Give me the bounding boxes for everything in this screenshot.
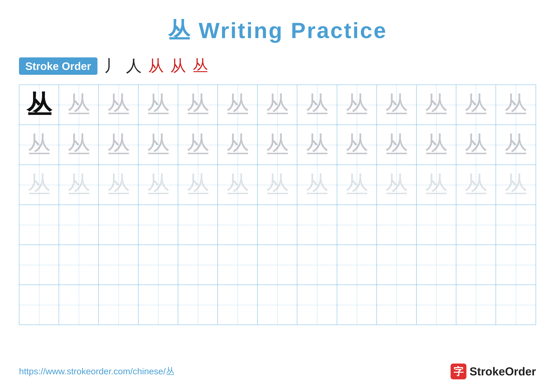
grid-cell-2-6[interactable]: 丛 xyxy=(218,125,258,165)
strokeorder-logo-icon: 字 xyxy=(451,363,466,379)
page: 丛 Writing Practice Stroke Order 丿 人 从 从 … xyxy=(0,0,555,392)
grid-cell-6-6[interactable] xyxy=(218,285,258,325)
cell-char-ghost: 丛 xyxy=(504,93,527,117)
grid-cell-3-4[interactable]: 丛 xyxy=(139,165,178,205)
grid-cell-1-8[interactable]: 丛 xyxy=(297,85,337,125)
grid-cell-2-1[interactable]: 丛 xyxy=(19,125,59,165)
grid-cell-4-13[interactable] xyxy=(496,205,536,245)
grid-cell-2-5[interactable]: 丛 xyxy=(178,125,218,165)
title-char: 丛 xyxy=(168,18,191,43)
grid-cell-3-5[interactable]: 丛 xyxy=(178,165,218,205)
grid-cell-5-9[interactable] xyxy=(337,245,377,285)
grid-cell-3-12[interactable]: 丛 xyxy=(456,165,496,205)
grid-cell-1-7[interactable]: 丛 xyxy=(258,85,297,125)
cell-char-ghost: 丛 xyxy=(186,133,210,157)
grid-cell-6-13[interactable] xyxy=(496,285,536,325)
grid-cell-3-3[interactable]: 丛 xyxy=(99,165,139,205)
grid-cell-5-7[interactable] xyxy=(258,245,297,285)
footer-url[interactable]: https://www.strokeorder.com/chinese/丛 xyxy=(19,365,175,378)
grid-cell-3-2[interactable]: 丛 xyxy=(59,165,99,205)
grid-cell-2-9[interactable]: 丛 xyxy=(337,125,377,165)
grid-cell-4-11[interactable] xyxy=(416,205,456,245)
grid-cell-5-6[interactable] xyxy=(218,245,258,285)
grid-cell-4-8[interactable] xyxy=(297,205,337,245)
grid-row-5 xyxy=(19,245,536,285)
grid-cell-4-5[interactable] xyxy=(178,205,218,245)
grid-cell-4-9[interactable] xyxy=(337,205,377,245)
grid-cell-6-9[interactable] xyxy=(337,285,377,325)
grid-cell-3-9[interactable]: 丛 xyxy=(337,165,377,205)
grid-cell-1-3[interactable]: 丛 xyxy=(99,85,139,125)
cell-char-ghost: 丛 xyxy=(305,173,329,197)
grid-cell-6-1[interactable] xyxy=(19,285,59,325)
grid-cell-4-10[interactable] xyxy=(377,205,416,245)
grid-cell-4-4[interactable] xyxy=(139,205,178,245)
cell-char-ghost: 丛 xyxy=(146,93,170,117)
grid-cell-6-7[interactable] xyxy=(258,285,297,325)
grid-cell-3-10[interactable]: 丛 xyxy=(377,165,416,205)
grid-cell-3-8[interactable]: 丛 xyxy=(297,165,337,205)
grid-cell-6-10[interactable] xyxy=(377,285,416,325)
cell-char-ghost: 丛 xyxy=(67,173,90,197)
grid-cell-6-3[interactable] xyxy=(99,285,139,325)
grid-cell-4-3[interactable] xyxy=(99,205,139,245)
grid-cell-2-10[interactable]: 丛 xyxy=(377,125,416,165)
grid-cell-2-7[interactable]: 丛 xyxy=(258,125,297,165)
grid-cell-1-9[interactable]: 丛 xyxy=(337,85,377,125)
grid-cell-1-5[interactable]: 丛 xyxy=(178,85,218,125)
cell-char-ghost: 丛 xyxy=(266,173,289,197)
stroke-step-2: 人 xyxy=(126,55,142,77)
grid-cell-6-11[interactable] xyxy=(416,285,456,325)
grid-cell-2-3[interactable]: 丛 xyxy=(99,125,139,165)
grid-cell-1-6[interactable]: 丛 xyxy=(218,85,258,125)
grid-cell-5-3[interactable] xyxy=(99,245,139,285)
grid-cell-6-8[interactable] xyxy=(297,285,337,325)
grid-cell-3-11[interactable]: 丛 xyxy=(416,165,456,205)
grid-cell-2-13[interactable]: 丛 xyxy=(496,125,536,165)
grid-row-2: 丛 丛 丛 丛 丛 丛 丛 丛 丛 丛 丛 丛 丛 xyxy=(19,125,536,165)
grid-cell-1-13[interactable]: 丛 xyxy=(496,85,536,125)
stroke-step-4: 从 xyxy=(170,55,186,77)
grid-cell-6-5[interactable] xyxy=(178,285,218,325)
grid-cell-2-4[interactable]: 丛 xyxy=(139,125,178,165)
grid-cell-1-10[interactable]: 丛 xyxy=(377,85,416,125)
grid-cell-5-12[interactable] xyxy=(456,245,496,285)
grid-cell-1-11[interactable]: 丛 xyxy=(416,85,456,125)
grid-cell-5-8[interactable] xyxy=(297,245,337,285)
stroke-sequence: 丿 人 从 从 丛 xyxy=(104,55,208,77)
cell-char-ghost: 丛 xyxy=(305,93,329,117)
cell-char-ghost: 丛 xyxy=(186,173,210,197)
grid-cell-4-1[interactable] xyxy=(19,205,59,245)
grid-cell-1-4[interactable]: 丛 xyxy=(139,85,178,125)
cell-char-ghost: 丛 xyxy=(464,133,488,157)
grid-cell-4-7[interactable] xyxy=(258,205,297,245)
grid-cell-1-12[interactable]: 丛 xyxy=(456,85,496,125)
cell-char-ghost: 丛 xyxy=(226,133,249,157)
grid-cell-6-12[interactable] xyxy=(456,285,496,325)
grid-cell-4-6[interactable] xyxy=(218,205,258,245)
grid-cell-6-2[interactable] xyxy=(59,285,99,325)
grid-cell-3-6[interactable]: 丛 xyxy=(218,165,258,205)
grid-cell-5-4[interactable] xyxy=(139,245,178,285)
grid-cell-2-11[interactable]: 丛 xyxy=(416,125,456,165)
grid-cell-5-1[interactable] xyxy=(19,245,59,285)
stroke-order-badge: Stroke Order xyxy=(19,57,97,75)
grid-cell-4-12[interactable] xyxy=(456,205,496,245)
grid-cell-6-4[interactable] xyxy=(139,285,178,325)
grid-cell-4-2[interactable] xyxy=(59,205,99,245)
grid-cell-5-2[interactable] xyxy=(59,245,99,285)
cell-char-ghost: 丛 xyxy=(67,133,90,157)
grid-cell-3-1[interactable]: 丛 xyxy=(19,165,59,205)
grid-cell-3-7[interactable]: 丛 xyxy=(258,165,297,205)
grid-cell-5-13[interactable] xyxy=(496,245,536,285)
grid-cell-5-11[interactable] xyxy=(416,245,456,285)
grid-cell-3-13[interactable]: 丛 xyxy=(496,165,536,205)
grid-cell-1-1[interactable]: 丛 xyxy=(19,85,59,125)
grid-cell-2-12[interactable]: 丛 xyxy=(456,125,496,165)
grid-row-6 xyxy=(19,285,536,325)
grid-cell-5-5[interactable] xyxy=(178,245,218,285)
grid-cell-5-10[interactable] xyxy=(377,245,416,285)
grid-cell-2-2[interactable]: 丛 xyxy=(59,125,99,165)
grid-cell-1-2[interactable]: 丛 xyxy=(59,85,99,125)
grid-cell-2-8[interactable]: 丛 xyxy=(297,125,337,165)
